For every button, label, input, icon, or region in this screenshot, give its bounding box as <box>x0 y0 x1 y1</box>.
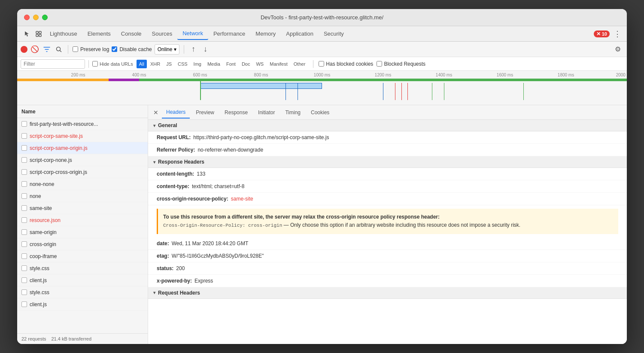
filter-type-ws[interactable]: WS <box>253 60 266 68</box>
maximize-button[interactable] <box>42 15 48 20</box>
error-count: 10 <box>602 31 607 37</box>
preserve-log-label[interactable]: Preserve log <box>73 46 109 52</box>
file-checkbox <box>21 145 27 151</box>
list-item[interactable]: client.js <box>17 274 148 286</box>
list-item[interactable]: none <box>17 190 148 202</box>
list-item[interactable]: same-site <box>17 202 148 214</box>
download-icon[interactable]: ↓ <box>200 45 210 54</box>
cursor-icon[interactable] <box>21 28 33 40</box>
list-item[interactable]: client.js <box>17 298 148 310</box>
timeline-selection[interactable] <box>200 83 322 89</box>
file-checkbox <box>21 265 27 271</box>
tab-application[interactable]: Application <box>281 28 319 40</box>
tick-1400: 1400 ms <box>436 73 452 77</box>
disable-cache-label[interactable]: Disable cache <box>112 46 152 52</box>
file-name: cross-origin <box>30 241 56 247</box>
list-item[interactable]: script-corp-cross-origin.js <box>17 166 148 178</box>
hide-data-urls-checkbox[interactable] <box>92 61 98 67</box>
has-blocked-cookies-checkbox[interactable] <box>319 61 324 67</box>
file-list-header: Name <box>17 105 148 118</box>
list-item[interactable]: script-corp-same-site.js <box>17 130 148 142</box>
list-item[interactable]: same-origin <box>17 226 148 238</box>
search-icon[interactable] <box>54 45 64 54</box>
layers-icon[interactable] <box>33 28 45 40</box>
list-item[interactable]: style.css <box>17 286 148 298</box>
tab-security[interactable]: Security <box>319 28 349 40</box>
file-checkbox <box>21 301 27 307</box>
timeline-line-9 <box>523 83 524 100</box>
timeline-line-1 <box>286 83 286 100</box>
filter-type-xhr[interactable]: XHR <box>148 60 163 68</box>
tab-list: Lighthouse Elements Console Sources Netw… <box>45 28 594 40</box>
main-content: Name first-party-test-with-resource... s… <box>17 105 627 344</box>
list-item[interactable]: script-corp-same-origin.js <box>17 142 148 154</box>
detail-tab-timing[interactable]: Timing <box>281 107 305 119</box>
tab-sources[interactable]: Sources <box>147 28 178 40</box>
settings-icon[interactable]: ⚙ <box>612 44 623 55</box>
list-item[interactable]: script-corp-none.js <box>17 154 148 166</box>
filter-type-css[interactable]: CSS <box>175 60 190 68</box>
file-name: none-none <box>30 181 54 187</box>
detail-tab-cookies[interactable]: Cookies <box>307 107 334 119</box>
warning-box: To use this resource from a different si… <box>157 209 618 234</box>
tab-memory[interactable]: Memory <box>250 28 281 40</box>
disable-cache-checkbox[interactable] <box>112 46 117 52</box>
status-key: status: <box>157 265 173 272</box>
tab-elements[interactable]: Elements <box>82 28 116 40</box>
error-badge: ✕ 10 <box>594 30 610 37</box>
filter-input[interactable] <box>21 59 85 69</box>
detail-tab-response[interactable]: Response <box>220 107 252 119</box>
close-button[interactable] <box>24 15 30 20</box>
filter-type-media[interactable]: Media <box>205 60 223 68</box>
detail-tab-preview[interactable]: Preview <box>191 107 219 119</box>
response-headers-section-header[interactable]: ▾ Response Headers <box>148 156 627 168</box>
upload-icon[interactable]: ↑ <box>188 45 198 54</box>
tick-600: 600 ms <box>193 73 207 77</box>
throttle-select[interactable]: Online ▾ <box>155 44 180 55</box>
tab-network[interactable]: Network <box>177 28 208 40</box>
has-blocked-cookies-label[interactable]: Has blocked cookies <box>319 61 373 67</box>
preserve-log-checkbox[interactable] <box>73 46 78 52</box>
request-headers-section-header[interactable]: ▾ Request Headers <box>148 287 627 299</box>
list-item[interactable]: first-party-test-with-resource... <box>17 118 148 130</box>
detail-tab-headers[interactable]: Headers <box>162 107 190 119</box>
list-item[interactable]: style.css <box>17 262 148 274</box>
record-button[interactable] <box>21 46 27 53</box>
filter-type-font[interactable]: Font <box>224 60 238 68</box>
file-checkbox <box>21 133 27 139</box>
blocked-requests-label[interactable]: Blocked Requests <box>377 61 425 67</box>
filter-type-other[interactable]: Other <box>291 60 308 68</box>
close-detail-button[interactable]: ✕ <box>152 108 160 117</box>
stop-button[interactable]: 🚫 <box>30 45 39 54</box>
hide-data-urls-label[interactable]: Hide data URLs <box>92 61 133 67</box>
minimize-button[interactable] <box>33 15 39 20</box>
list-item[interactable]: cross-origin <box>17 238 148 250</box>
file-name: style.css <box>30 265 49 271</box>
tick-1000: 1000 ms <box>314 73 330 77</box>
file-name: none <box>30 193 41 199</box>
tab-console[interactable]: Console <box>116 28 147 40</box>
file-name: first-party-test-with-resource... <box>30 121 98 127</box>
file-name: script-corp-cross-origin.js <box>30 169 87 175</box>
filter-type-img[interactable]: Img <box>191 60 204 68</box>
list-item[interactable]: none-none <box>17 178 148 190</box>
file-checkbox <box>21 241 27 247</box>
filter-type-doc[interactable]: Doc <box>239 60 253 68</box>
request-headers-arrow-icon: ▾ <box>153 290 155 295</box>
file-checkbox <box>21 205 27 211</box>
filter-icon[interactable] <box>42 45 52 54</box>
filter-type-manifest[interactable]: Manifest <box>267 60 290 68</box>
file-checkbox <box>21 181 27 187</box>
detail-tab-initiator[interactable]: Initiator <box>254 107 279 119</box>
list-item[interactable]: coop-iframe <box>17 250 148 262</box>
list-item[interactable]: resource.json <box>17 214 148 226</box>
tab-lighthouse[interactable]: Lighthouse <box>45 28 82 40</box>
tab-performance[interactable]: Performance <box>208 28 250 40</box>
filter-type-all[interactable]: All <box>137 60 147 68</box>
blocked-requests-checkbox[interactable] <box>377 61 382 67</box>
file-name: client.js <box>30 277 47 283</box>
filter-type-js[interactable]: JS <box>164 60 174 68</box>
more-options-icon[interactable]: ⋮ <box>611 28 623 40</box>
general-section-header[interactable]: ▾ General <box>148 120 627 131</box>
throttle-label: Online <box>158 46 173 52</box>
